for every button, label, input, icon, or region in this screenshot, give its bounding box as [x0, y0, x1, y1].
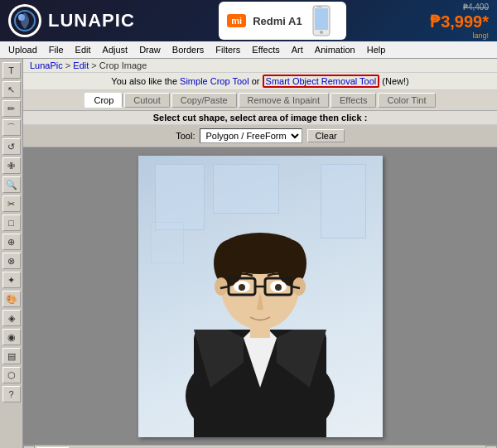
ad-banner: LUNAPIC mi Redmi A1 ₱4,400 ₱3,999* lang!	[0, 0, 497, 41]
breadcrumb-edit[interactable]: Edit	[73, 60, 89, 70]
menu-art[interactable]: Art	[287, 43, 308, 56]
action-tabs: Crop Cutout Copy/Paste Remove & Inpaint …	[23, 90, 497, 111]
tool-star[interactable]: ✦	[2, 272, 21, 288]
menu-edit[interactable]: Edit	[70, 43, 96, 56]
tool-pencil[interactable]: ✏	[2, 100, 21, 117]
menu-draw[interactable]: Draw	[134, 43, 166, 56]
canvas-area[interactable]	[23, 147, 497, 445]
menu-borders[interactable]: Borders	[167, 43, 210, 56]
clear-button[interactable]: Clear	[307, 129, 344, 142]
tool-wand[interactable]: ◈	[2, 310, 21, 326]
breadcrumb-current: Crop Image	[99, 60, 147, 70]
phone-ad[interactable]: mi Redmi A1	[219, 2, 345, 40]
lunapic-logo	[8, 4, 41, 37]
suggestion-new: (New!)	[382, 76, 408, 86]
tool-crop[interactable]: ✂	[2, 195, 21, 212]
suggestion-link1[interactable]: Simple Crop Tool	[180, 76, 249, 86]
tool-label: Tool:	[176, 131, 195, 141]
tool-help[interactable]: ?	[2, 386, 21, 402]
phone-image	[309, 5, 338, 36]
tool-selector-bar: Tool: Polygon / FreeForm Rectangle Ellip…	[23, 125, 497, 147]
menu-effects[interactable]: Effects	[247, 43, 284, 56]
tab-effects[interactable]: Effects	[331, 93, 376, 108]
tool-brush[interactable]: ⌒	[2, 119, 21, 136]
new-price: ₱3,999*	[430, 12, 489, 31]
tab-crop[interactable]: Crop	[84, 93, 123, 108]
tool-add[interactable]: ⊕	[2, 234, 21, 250]
menu-upload[interactable]: Upload	[3, 43, 42, 56]
lang-note: lang!	[430, 31, 489, 40]
person-svg	[169, 164, 351, 437]
tool-text[interactable]: T	[2, 62, 21, 79]
menu-file[interactable]: File	[44, 43, 69, 56]
svg-point-25	[239, 284, 245, 291]
tab-remove-inpaint[interactable]: Remove & Inpaint	[239, 93, 329, 108]
tool-rotate[interactable]: ↺	[2, 138, 21, 155]
suggestion-link2[interactable]: Smart Object Removal Tool	[266, 76, 377, 86]
tool-circle[interactable]: ◉	[2, 329, 21, 345]
photo-image	[138, 156, 383, 437]
tool-polygon[interactable]: ⬡	[2, 367, 21, 383]
scroll-left-arrow[interactable]: ◀	[23, 446, 35, 449]
svg-point-15	[223, 244, 297, 274]
instruction-text: Select cut shape, select area of image t…	[23, 111, 497, 125]
tool-select[interactable]: ↖	[2, 81, 21, 98]
menu-animation[interactable]: Animation	[310, 43, 360, 56]
tool-rectangle[interactable]: □	[2, 214, 21, 231]
svg-point-5	[320, 31, 323, 34]
tab-cutout[interactable]: Cutout	[124, 93, 169, 108]
breadcrumb-lunapic[interactable]: LunaPic	[30, 60, 63, 70]
suggestion-bar: You also like the Simple Crop Tool or Sm…	[23, 73, 497, 90]
tool-move[interactable]: ✙	[2, 157, 21, 174]
menubar: Upload File Edit Adjust Draw Borders Fil…	[0, 41, 497, 59]
tool-dropdown[interactable]: Polygon / FreeForm Rectangle Ellipse Las…	[200, 128, 302, 143]
tool-zoom[interactable]: 🔍	[2, 176, 21, 193]
main-area: T ↖ ✏ ⌒ ↺ ✙ 🔍 ✂ □ ⊕ ⊗ ✦ 🎨 ◈ ◉ ▤ ⬡ ? Luna…	[0, 59, 497, 448]
suggestion-prefix: You also like the	[111, 76, 180, 86]
menu-help[interactable]: Help	[362, 43, 391, 56]
tool-paint[interactable]: 🎨	[2, 291, 21, 307]
phone-name: Redmi A1	[253, 15, 302, 27]
menu-adjust[interactable]: Adjust	[98, 43, 133, 56]
lunapic-brand-text: LUNAPIC	[48, 10, 135, 31]
lunapic-logo-icon	[10, 6, 40, 36]
breadcrumb-bar: LunaPic > Edit > Crop Image	[23, 59, 497, 73]
menu-filters[interactable]: Filters	[210, 43, 245, 56]
content-area: LunaPic > Edit > Crop Image You also lik…	[23, 59, 497, 448]
svg-point-26	[275, 284, 282, 291]
horizontal-scrollbar[interactable]: ◀ ▶	[23, 445, 497, 448]
breadcrumb-sep1: >	[65, 60, 73, 70]
suggestion-highlighted: Smart Object Removal Tool	[263, 75, 380, 88]
svg-rect-4	[315, 8, 328, 30]
old-price: ₱4,400	[430, 2, 489, 12]
tab-color-tint[interactable]: Color Tint	[378, 93, 435, 108]
suggestion-or: or	[252, 76, 263, 86]
tab-copy-paste[interactable]: Copy/Paste	[171, 93, 237, 108]
logo-area: LUNAPIC	[8, 4, 135, 37]
photo-container	[138, 156, 383, 437]
svg-rect-6	[317, 7, 322, 7]
tool-fill[interactable]: ▤	[2, 348, 21, 364]
left-toolbar: T ↖ ✏ ⌒ ↺ ✙ 🔍 ✂ □ ⊕ ⊗ ✦ 🎨 ◈ ◉ ▤ ⬡ ?	[0, 59, 23, 448]
breadcrumb-sep2: >	[91, 60, 99, 70]
scroll-right-arrow[interactable]: ▶	[485, 446, 497, 449]
mi-logo: mi	[227, 14, 246, 27]
tool-remove[interactable]: ⊗	[2, 253, 21, 269]
price-area[interactable]: ₱4,400 ₱3,999* lang!	[430, 2, 489, 40]
